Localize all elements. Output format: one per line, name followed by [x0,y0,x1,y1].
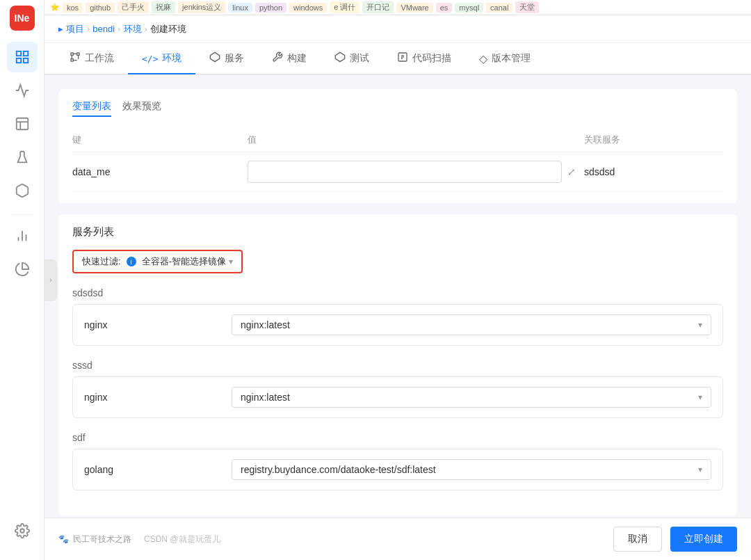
service-card-row-0-0: nginx nginx:latest ▾ [84,314,711,335]
bookmark-canal[interactable]: canal [486,3,512,13]
csdn-text: CSDN @就是玩蛋儿 [144,534,220,545]
service-name-0-0: nginx [84,319,223,330]
svg-marker-19 [336,52,345,61]
service-image-value-2-0: registry.buydance.com/dataoke-test/sdf:l… [241,464,436,475]
sidebar-item-doc[interactable] [7,109,38,139]
service-image-select-1-0[interactable]: nginx:latest ▾ [232,387,711,408]
watermark-icon: 🐾 [58,534,69,544]
service-card-0-0: nginx nginx:latest ▾ [72,304,723,346]
sidebar-item-chart[interactable] [7,42,38,72]
tab-workflow[interactable]: 工作流 [56,43,128,75]
bookmark-mysql[interactable]: mysql [455,3,483,13]
sidebar-item-settings[interactable] [7,515,38,546]
main-content: ⭐ kos github 己手火 祝麻 jenkins运义 linux pyth… [45,0,751,560]
quick-filter-label: 快速过滤: [82,255,121,268]
breadcrumb-sep-3: › [145,24,147,34]
submit-button[interactable]: 立即创建 [670,527,737,552]
expand-icon-0[interactable]: ⤢ [567,166,576,177]
build-icon [272,51,283,65]
service-card-1-0: nginx nginx:latest ▾ [72,376,723,418]
tab-build-label: 构建 [287,52,307,65]
bookmark-github[interactable]: github [86,3,115,13]
bookmark-9[interactable]: 开口记 [362,1,394,13]
var-value-cell-0: ⤢ [248,161,576,183]
sidebar-item-pie[interactable] [7,254,38,285]
breadcrumb-item-project[interactable]: 项目 [66,23,84,35]
bookmark-linux[interactable]: linux [228,3,252,13]
tab-env[interactable]: </> 环境 [128,44,195,74]
breadcrumb: ▸ 项目 › bendi › 环境 › 创建环境 [45,15,751,43]
service-icon [209,51,220,65]
bookmark-8[interactable]: e 调什 [330,1,360,13]
tab-env-label: 环境 [162,52,181,65]
service-select-arrow-icon-2-0: ▾ [698,465,702,474]
breadcrumb-item-env[interactable]: 环境 [124,23,142,35]
sidebar-divider [11,214,33,215]
cancel-button[interactable]: 取消 [613,527,662,552]
col-service: 关联服务 [584,134,723,146]
tab-service-label: 服务 [225,52,244,65]
browser-bookmark-bar: ⭐ kos github 己手火 祝麻 jenkins运义 linux pyth… [45,0,751,15]
page-footer: 🐾 民工哥技术之路 CSDN @就是玩蛋儿 取消 立即创建 [45,518,751,560]
variables-section: 变量列表 效果预览 键 值 关联服务 data_me ⤢ sdsdsd [58,89,737,203]
bookmark-python[interactable]: python [255,3,286,13]
var-value-input-0[interactable] [248,161,562,183]
tab-codescan[interactable]: 代码扫描 [383,43,465,75]
svg-rect-1 [23,51,27,56]
service-select-arrow-icon-0-0: ▾ [698,320,702,330]
bookmark-4[interactable]: 祝麻 [152,1,175,13]
tab-variable-list[interactable]: 变量列表 [72,100,111,117]
tab-service[interactable]: 服务 [195,43,258,75]
version-icon: ◇ [479,52,487,65]
bookmark-heaven[interactable]: 天堂 [515,1,539,13]
bookmark-kos[interactable]: kos [63,3,83,13]
tab-workflow-label: 工作流 [85,52,114,65]
service-name-2-0: golang [84,464,223,475]
col-value: 值 [248,134,576,146]
sidebar-bottom [7,515,38,549]
service-group-name-2: sdf [72,432,723,443]
service-select-arrow-icon-1-0: ▾ [698,392,702,402]
svg-rect-13 [71,59,73,61]
quick-filter-info-icon[interactable]: i [127,257,136,266]
service-card-row-2-0: golang registry.buydance.com/dataoke-tes… [84,459,711,480]
service-image-select-2-0[interactable]: registry.buydance.com/dataoke-test/sdf:l… [232,459,711,480]
tab-version[interactable]: ◇ 版本管理 [465,44,544,75]
tab-test-label: 测试 [350,52,369,65]
bookmark-windows[interactable]: windows [289,3,327,13]
tab-codescan-label: 代码扫描 [412,52,451,65]
watermark-text: 民工哥技术之路 [73,534,131,545]
tab-version-label: 版本管理 [492,52,531,65]
tab-build[interactable]: 构建 [258,43,321,75]
service-image-value-1-0: nginx:latest [241,392,290,403]
svg-rect-11 [71,53,73,55]
watermark: 🐾 民工哥技术之路 CSDN @就是玩蛋儿 [58,534,605,545]
quick-filter-arrow-icon: ▾ [229,257,233,266]
svg-rect-12 [77,53,79,55]
svg-point-10 [20,529,24,533]
sidebar-collapse-button[interactable]: › [45,259,57,301]
sidebar: INe [0,0,45,560]
var-service-0: sdsdsd [584,166,723,177]
bookmark-bar-label: ⭐ [50,3,60,12]
bookmark-jenkins[interactable]: jenkins运义 [178,1,225,13]
bookmark-3[interactable]: 己手火 [118,1,149,13]
svg-rect-0 [16,51,20,56]
sidebar-item-bar[interactable] [7,221,38,251]
sidebar-item-monitor[interactable] [7,75,38,106]
sidebar-item-flask[interactable] [7,142,38,173]
breadcrumb-arrow: ▸ [58,24,63,34]
quick-filter-select[interactable]: 全容器-智能选择镜像 ▾ [142,255,233,268]
quick-filter-container: 快速过滤: i 全容器-智能选择镜像 ▾ [72,250,243,273]
tab-variable-preview[interactable]: 效果预览 [122,100,161,117]
breadcrumb-item-bendi[interactable]: bendi [92,24,115,34]
service-image-value-0-0: nginx:latest [241,319,290,330]
service-image-select-0-0[interactable]: nginx:latest ▾ [232,314,711,335]
bookmark-es[interactable]: es [436,3,453,13]
breadcrumb-sep-1: › [87,24,90,34]
bookmark-vmware[interactable]: VMware [396,3,433,13]
service-group-0: sdsdsd nginx nginx:latest ▾ [72,287,723,346]
tab-test[interactable]: 测试 [321,43,383,75]
sidebar-item-cube[interactable] [7,175,38,206]
page-content: 变量列表 效果预览 键 值 关联服务 data_me ⤢ sdsdsd 服务列表 [45,75,751,518]
